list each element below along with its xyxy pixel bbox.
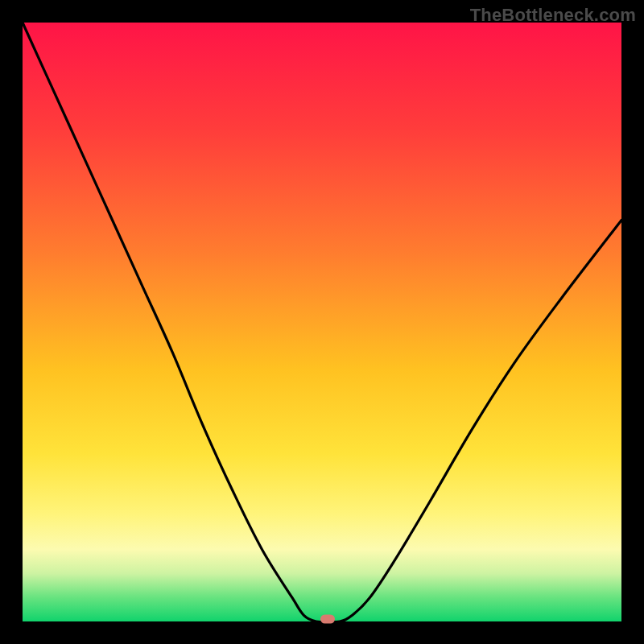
chart-frame: TheBottleneck.com — [0, 0, 644, 644]
plot-area — [23, 23, 621, 621]
watermark-text: TheBottleneck.com — [470, 5, 636, 26]
bottleneck-curve — [23, 23, 621, 621]
curve-path — [23, 23, 621, 622]
optimal-marker — [320, 615, 335, 624]
